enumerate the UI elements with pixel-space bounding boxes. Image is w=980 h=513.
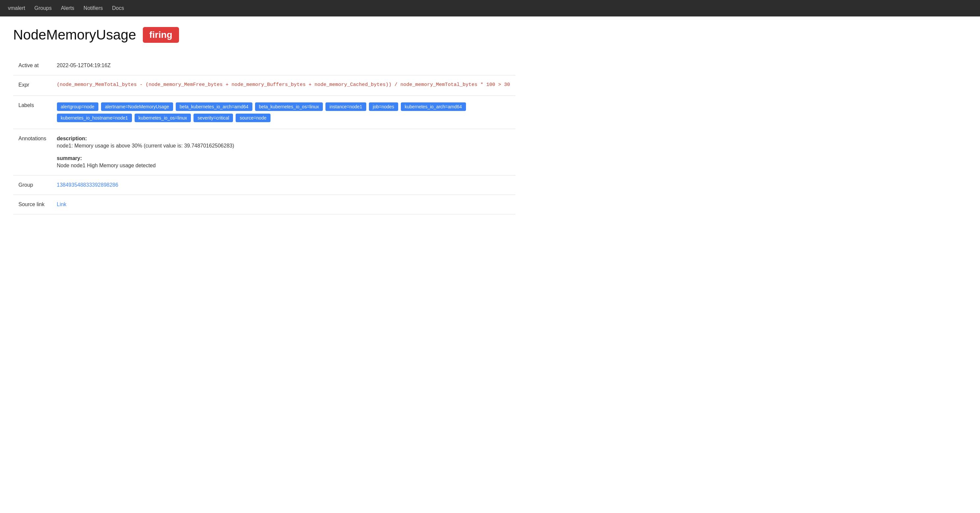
source-link[interactable]: Link xyxy=(57,202,67,207)
expr-label: Expr xyxy=(13,75,52,96)
label-badge: severity=critical xyxy=(194,113,233,122)
nav-vmalert[interactable]: vmalert xyxy=(8,5,25,11)
annotations-label: Annotations xyxy=(13,129,52,175)
expr-cell: (node_memory_MemTotal_bytes - (node_memo… xyxy=(52,75,515,96)
group-cell: 138493548833392898286 xyxy=(52,175,515,195)
label-badge: beta_kubernetes_io_os=linux xyxy=(255,102,323,111)
annotations-row: Annotations description: node1: Memory u… xyxy=(13,129,515,175)
nav-docs[interactable]: Docs xyxy=(112,5,124,11)
source-link-label: Source link xyxy=(13,195,52,214)
group-link[interactable]: 138493548833392898286 xyxy=(57,182,118,188)
label-badge: kubernetes_io_arch=amd64 xyxy=(401,102,466,111)
navbar: vmalert Groups Alerts Notifiers Docs xyxy=(0,0,980,16)
label-badge: instance=node1 xyxy=(325,102,366,111)
annotation-description-value: node1: Memory usage is above 30% (curren… xyxy=(57,143,510,149)
active-at-value: 2022-05-12T04:19:16Z xyxy=(52,56,515,75)
expr-scroll[interactable]: (node_memory_MemTotal_bytes - (node_memo… xyxy=(57,82,510,89)
status-badge: firing xyxy=(143,27,179,43)
label-badge: alertgroup=node xyxy=(57,102,99,111)
expr-row: Expr (node_memory_MemTotal_bytes - (node… xyxy=(13,75,515,96)
annotation-description-key: description: xyxy=(57,135,510,142)
expr-value: (node_memory_MemTotal_bytes - (node_memo… xyxy=(57,82,510,89)
main-content: NodeMemoryUsage firing Active at 2022-05… xyxy=(0,16,494,225)
labels-row: Labels alertgroup=nodealertname=NodeMemo… xyxy=(13,96,515,129)
annotation-summary-value: Node node1 High Memory usage detected xyxy=(57,163,510,169)
nav-groups[interactable]: Groups xyxy=(34,5,51,11)
label-badge: kubernetes_io_os=linux xyxy=(135,113,191,122)
labels-label: Labels xyxy=(13,96,52,129)
source-link-row: Source link Link xyxy=(13,195,515,214)
label-badge: source=node xyxy=(235,113,270,122)
group-row: Group 138493548833392898286 xyxy=(13,175,515,195)
nav-notifiers[interactable]: Notifiers xyxy=(84,5,103,11)
labels-container: alertgroup=nodealertname=NodeMemoryUsage… xyxy=(57,102,510,122)
active-at-row: Active at 2022-05-12T04:19:16Z xyxy=(13,56,515,75)
label-badge: job=nodes xyxy=(369,102,398,111)
nav-alerts[interactable]: Alerts xyxy=(61,5,74,11)
active-at-label: Active at xyxy=(13,56,52,75)
annotations-cell: description: node1: Memory usage is abov… xyxy=(52,129,515,175)
annotation-summary-key: summary: xyxy=(57,155,510,161)
source-link-cell: Link xyxy=(52,195,515,214)
label-badge: beta_kubernetes_io_arch=amd64 xyxy=(176,102,252,111)
group-label: Group xyxy=(13,175,52,195)
page-title: NodeMemoryUsage xyxy=(13,27,136,43)
detail-table: Active at 2022-05-12T04:19:16Z Expr (nod… xyxy=(13,56,515,214)
label-badge: alertname=NodeMemoryUsage xyxy=(101,102,173,111)
label-badge: kubernetes_io_hostname=node1 xyxy=(57,113,132,122)
page-title-row: NodeMemoryUsage firing xyxy=(13,27,480,43)
labels-cell: alertgroup=nodealertname=NodeMemoryUsage… xyxy=(52,96,515,129)
